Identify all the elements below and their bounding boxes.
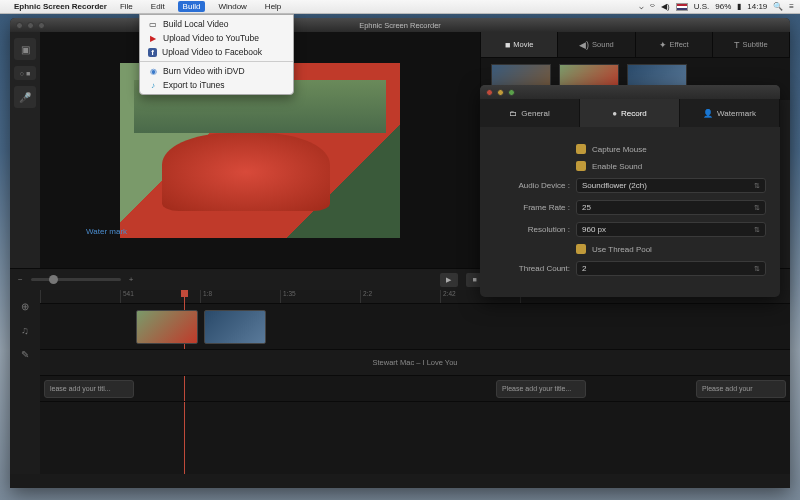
zoom-out-icon[interactable]: − xyxy=(18,275,23,284)
chevron-updown-icon: ⇅ xyxy=(754,204,760,212)
left-toolbar: ▣ ○ ■ 🎤 xyxy=(10,32,40,268)
audio-device-label: Audio Device : xyxy=(494,181,576,190)
checkbox-icon xyxy=(576,244,586,254)
resolution-select[interactable]: 960 px⇅ xyxy=(576,222,766,237)
checkbox-capture-mouse[interactable]: Capture Mouse xyxy=(494,144,766,154)
audio-track[interactable]: Stewart Mac – I Love You xyxy=(40,350,790,376)
build-menu-dropdown: ▭Build Local Video ▶Upload Video to YouT… xyxy=(139,14,294,95)
title-track[interactable]: lease add your titl... Please add your t… xyxy=(40,376,790,402)
menu-file[interactable]: File xyxy=(115,1,138,12)
wifi-icon[interactable]: ⌔ xyxy=(650,2,655,11)
mic-tool-icon[interactable]: 🎤 xyxy=(14,86,36,108)
checkbox-icon xyxy=(576,144,586,154)
settings-tabs: 🗀General ●Record 👤Watermark xyxy=(480,99,780,127)
briefcase-icon: 🗀 xyxy=(509,109,517,118)
checkbox-icon xyxy=(576,161,586,171)
minimize-button[interactable] xyxy=(497,89,504,96)
app-titlebar: Ephnic Screen Recorder xyxy=(10,18,790,32)
checkbox-enable-sound[interactable]: Enable Sound xyxy=(494,161,766,171)
settings-panel: 🗀General ●Record 👤Watermark Capture Mous… xyxy=(480,85,780,297)
close-button[interactable] xyxy=(16,22,23,29)
menu-window[interactable]: Window xyxy=(213,1,251,12)
resolution-label: Resolution : xyxy=(494,225,576,234)
timeline: ⊕ ♫ ✎ 5411:81:352:22:423:16 Stewart Mac … xyxy=(10,290,790,474)
clock[interactable]: 14:19 xyxy=(747,2,767,11)
spotlight-icon[interactable]: 🔍 xyxy=(773,2,783,11)
input-source-icon[interactable] xyxy=(676,3,688,11)
battery-percent[interactable]: 96% xyxy=(715,2,731,11)
panel-tabs: ■Movie ◀)Sound ✦Effect TSubtitle xyxy=(481,32,790,58)
itunes-icon: ♪ xyxy=(148,80,158,90)
menu-item-burn-idvd[interactable]: ◉Burn Video with iDVD xyxy=(140,64,293,78)
sound-icon: ◀) xyxy=(579,40,589,50)
chevron-updown-icon: ⇅ xyxy=(754,226,760,234)
person-icon: 👤 xyxy=(703,109,713,118)
video-clip[interactable] xyxy=(136,310,198,344)
menu-help[interactable]: Help xyxy=(260,1,286,12)
tab-subtitle[interactable]: TSubtitle xyxy=(713,32,790,57)
tab-general[interactable]: 🗀General xyxy=(480,99,580,127)
system-menubar: Ephnic Screen Recorder File Edit Build W… xyxy=(0,0,800,14)
record-tool-icon[interactable]: ○ ■ xyxy=(14,66,36,80)
minimize-button[interactable] xyxy=(27,22,34,29)
youtube-icon: ▶ xyxy=(148,33,158,43)
menu-edit[interactable]: Edit xyxy=(146,1,170,12)
title-placeholder[interactable]: Please add your title... xyxy=(496,380,586,398)
movie-icon: ■ xyxy=(505,40,510,50)
video-track[interactable] xyxy=(40,304,790,350)
tab-record[interactable]: ●Record xyxy=(580,99,680,127)
zoom-button[interactable] xyxy=(38,22,45,29)
tab-effect[interactable]: ✦Effect xyxy=(636,32,713,57)
film-icon: ▭ xyxy=(148,19,158,29)
audio-device-select[interactable]: Soundflower (2ch)⇅ xyxy=(576,178,766,193)
menu-build[interactable]: Build xyxy=(178,1,206,12)
menu-item-export-itunes[interactable]: ♪Export to iTunes xyxy=(140,78,293,92)
audio-track-icon[interactable]: ♫ xyxy=(15,320,35,340)
window-controls xyxy=(16,22,45,29)
timeline-toolbar: ⊕ ♫ ✎ xyxy=(10,290,40,474)
tab-movie[interactable]: ■Movie xyxy=(481,32,558,57)
battery-icon[interactable]: ▮ xyxy=(737,2,741,11)
input-locale[interactable]: U.S. xyxy=(694,2,710,11)
zoom-button[interactable] xyxy=(508,89,515,96)
dvd-icon: ◉ xyxy=(148,66,158,76)
chevron-updown-icon: ⇅ xyxy=(754,182,760,190)
tab-watermark[interactable]: 👤Watermark xyxy=(680,99,780,127)
timeline-tracks: 5411:81:352:22:423:16 Stewart Mac – I Lo… xyxy=(40,290,790,474)
menu-item-upload-youtube[interactable]: ▶Upload Video to YouTube xyxy=(140,31,293,45)
title-placeholder[interactable]: lease add your titl... xyxy=(44,380,134,398)
watermark-label: Water mark xyxy=(86,227,127,236)
tab-sound[interactable]: ◀)Sound xyxy=(558,32,635,57)
thread-count-select[interactable]: 2⇅ xyxy=(576,261,766,276)
effect-icon: ✦ xyxy=(659,40,667,50)
menu-item-build-local[interactable]: ▭Build Local Video xyxy=(140,17,293,31)
bluetooth-icon[interactable]: ⌵ xyxy=(639,2,644,11)
frame-rate-label: Frame Rate : xyxy=(494,203,576,212)
close-button[interactable] xyxy=(486,89,493,96)
settings-titlebar xyxy=(480,85,780,99)
zoom-in-icon[interactable]: + xyxy=(129,275,134,284)
video-track-icon[interactable]: ⊕ xyxy=(15,296,35,316)
notification-center-icon[interactable]: ≡ xyxy=(789,2,794,11)
subtitle-icon: T xyxy=(734,40,740,50)
camera-tool-icon[interactable]: ▣ xyxy=(14,38,36,60)
chevron-updown-icon: ⇅ xyxy=(754,265,760,273)
window-title: Ephnic Screen Recorder xyxy=(359,21,441,30)
volume-icon[interactable]: ◀) xyxy=(661,2,670,11)
zoom-slider[interactable] xyxy=(31,278,121,281)
facebook-icon: f xyxy=(148,48,157,57)
app-name[interactable]: Ephnic Screen Recorder xyxy=(14,2,107,11)
video-clip[interactable] xyxy=(204,310,266,344)
audio-clip-label: Stewart Mac – I Love You xyxy=(372,358,457,367)
menu-separator xyxy=(140,61,293,62)
frame-rate-select[interactable]: 25⇅ xyxy=(576,200,766,215)
thread-count-label: Thread Count: xyxy=(494,264,576,273)
title-placeholder[interactable]: Please add your xyxy=(696,380,786,398)
play-button[interactable]: ▶ xyxy=(440,273,458,287)
edit-track-icon[interactable]: ✎ xyxy=(15,344,35,364)
checkbox-thread-pool[interactable]: Use Thread Pool xyxy=(494,244,766,254)
menu-item-upload-facebook[interactable]: fUpload Video to Facebook xyxy=(140,45,293,59)
record-icon: ● xyxy=(612,109,617,118)
